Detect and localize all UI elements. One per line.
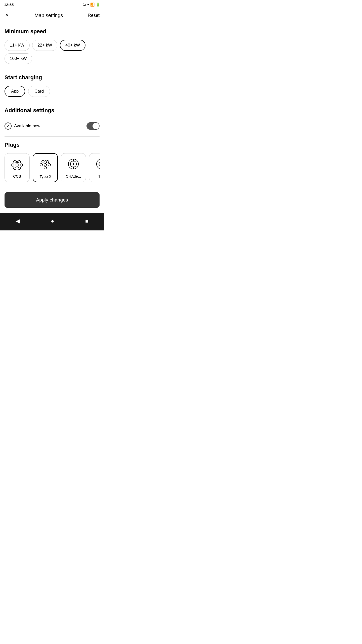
svg-point-12 <box>44 164 47 166</box>
chademo-icon <box>67 157 80 172</box>
type2-label: Type 2 <box>39 174 51 179</box>
svg-point-4 <box>20 164 23 166</box>
svg-point-25 <box>70 164 71 165</box>
svg-point-14 <box>44 167 47 169</box>
charging-btn-card[interactable]: Card <box>28 86 50 97</box>
svg-point-23 <box>73 160 74 162</box>
charging-btn-app[interactable]: App <box>5 86 25 97</box>
svg-point-2 <box>12 164 14 166</box>
apply-changes-button[interactable]: Apply changes <box>5 192 100 208</box>
check-circle-icon: ✓ <box>5 123 12 130</box>
plug-type-partial[interactable]: Ty... <box>89 153 100 182</box>
type-partial-label: Ty... <box>98 174 100 178</box>
type2-icon <box>39 158 52 172</box>
apply-section: Apply changes <box>0 188 104 213</box>
available-now-label: Available now <box>14 124 40 129</box>
page-title: Map settings <box>34 13 63 18</box>
plugs-row: CCS Type 2 <box>5 153 100 183</box>
nav-home-button[interactable]: ● <box>46 216 59 226</box>
header: × Map settings Reset <box>0 9 104 23</box>
speed-btn-100kw[interactable]: 100+ kW <box>5 53 32 64</box>
available-now-row: ✓ Available now <box>5 119 100 131</box>
status-bar: 12:55 🗂 ▾ 📶 🔋 <box>0 0 104 9</box>
plug-type2[interactable]: Type 2 <box>33 153 58 182</box>
svg-point-11 <box>40 164 42 166</box>
svg-point-8 <box>17 162 17 162</box>
start-charging-section: Start charging App Card <box>0 69 104 102</box>
svg-point-0 <box>14 160 16 163</box>
sim-icon: 🗂 <box>82 3 86 7</box>
additional-settings-title: Additional settings <box>5 107 100 114</box>
speed-btn-22kw[interactable]: 22+ kW <box>32 40 57 51</box>
plugs-section: Plugs CCS <box>0 137 104 188</box>
svg-point-5 <box>14 167 16 170</box>
available-now-toggle[interactable] <box>86 122 100 130</box>
minimum-speed-section: Minimum speed 11+ kW 22+ kW 40+ kW 100+ … <box>0 23 104 69</box>
svg-point-6 <box>18 167 21 170</box>
svg-point-13 <box>48 164 51 166</box>
nav-square-button[interactable]: ■ <box>80 216 94 226</box>
available-now-left: ✓ Available now <box>5 123 40 130</box>
svg-point-26 <box>76 164 77 165</box>
chademo-label: CHAde... <box>66 174 81 178</box>
svg-point-10 <box>46 160 49 163</box>
svg-point-15 <box>45 160 46 161</box>
plug-chademo[interactable]: CHAde... <box>61 153 86 182</box>
svg-point-9 <box>42 160 44 163</box>
ccs-label: CCS <box>13 174 21 178</box>
status-icons: 🗂 ▾ 📶 🔋 <box>82 3 100 7</box>
svg-point-22 <box>73 163 74 165</box>
nav-bar: ◀ ● ■ <box>0 213 104 230</box>
start-charging-title: Start charging <box>5 74 100 81</box>
minimum-speed-title: Minimum speed <box>5 28 100 35</box>
battery-icon: 🔋 <box>96 3 100 7</box>
close-button[interactable]: × <box>5 12 10 19</box>
reset-button[interactable]: Reset <box>88 13 100 18</box>
svg-point-3 <box>16 164 18 166</box>
svg-point-24 <box>73 167 74 168</box>
svg-point-1 <box>18 160 21 163</box>
speed-btn-11kw[interactable]: 11+ kW <box>5 40 30 51</box>
plug-ccs[interactable]: CCS <box>5 153 30 182</box>
speed-buttons-group: 11+ kW 22+ kW 40+ kW 100+ kW <box>5 40 100 64</box>
additional-settings-section: Additional settings ✓ Available now <box>0 102 104 136</box>
type-partial-icon <box>95 157 100 172</box>
nav-back-button[interactable]: ◀ <box>11 216 25 226</box>
status-time: 12:55 <box>4 3 14 7</box>
speed-btn-40kw[interactable]: 40+ kW <box>60 40 85 51</box>
svg-point-28 <box>99 162 100 167</box>
wifi-icon: ▾ <box>87 3 89 7</box>
charging-buttons-group: App Card <box>5 86 100 97</box>
svg-point-32 <box>98 164 99 165</box>
ccs-icon <box>11 157 24 172</box>
plugs-title: Plugs <box>5 142 100 148</box>
toggle-knob <box>93 123 99 129</box>
signal-icon: 📶 <box>90 3 95 7</box>
